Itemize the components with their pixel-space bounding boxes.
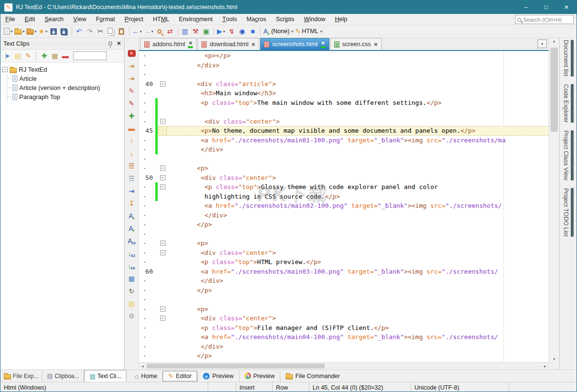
code-line-40[interactable]: 40−<div class="article">	[139, 79, 549, 89]
side-settings-button[interactable]: ⚙	[126, 310, 137, 321]
toolbar-search-button[interactable]	[154, 26, 165, 37]
code-text[interactable]: <a href="./screenshots/main02-100.png" t…	[167, 201, 549, 211]
rail-tab-document-list[interactable]: Document list	[563, 40, 574, 76]
toolbar-back-button[interactable]: ←▾	[131, 26, 143, 37]
rail-tab-code-explorer[interactable]: Code Explorer	[563, 84, 574, 123]
collapse-icon[interactable]: −	[2, 67, 8, 72]
fold-collapse-icon[interactable]: −	[160, 306, 165, 312]
code-line-46[interactable]: ·<a href="./screenshots/main01-100.png" …	[139, 136, 549, 145]
scroll-right-arrow[interactable]: ►	[541, 365, 549, 368]
code-text[interactable]: <div class="center">	[167, 248, 549, 258]
tree-item-article-version-description-[interactable]: Article (version + description)	[7, 83, 122, 92]
toolbar-save-button[interactable]	[49, 26, 59, 37]
code-line-38[interactable]: ·</div>	[139, 61, 549, 70]
view-tab-file-commander[interactable]: File Commander	[280, 371, 345, 381]
code-line-59[interactable]: ·<p class="top">HTML preview.</p>	[139, 257, 549, 267]
toolbar-stop-button[interactable]: ■	[248, 26, 258, 37]
side-add-bookmark-button[interactable]: ✎	[126, 85, 137, 96]
toolbar-addons-button[interactable]: ▣	[201, 26, 212, 37]
view-tab-home[interactable]: ⌂Home	[129, 371, 163, 381]
clips-insert-clip-button[interactable]: ➤	[2, 51, 12, 61]
code-line-67[interactable]: ·<a href="./screenshots/main04-100.png" …	[139, 332, 549, 342]
toolbar-record-macro-button[interactable]: ◉	[237, 26, 248, 37]
code-text[interactable]: </div>	[167, 211, 549, 220]
view-tab-preview[interactable]: Preview	[239, 371, 280, 381]
toolbar-save-all-button[interactable]	[59, 26, 70, 37]
code-line-55[interactable]: -</p>	[139, 220, 549, 229]
code-text[interactable]: highlighting in CSS source code.</p>	[167, 192, 549, 202]
code-text[interactable]: <p class="top">File manager and (S)FTP c…	[167, 323, 549, 333]
code-text[interactable]: <div class="center">	[167, 117, 549, 126]
code-text[interactable]	[167, 70, 549, 79]
new-file-dropdown-icon[interactable]: ▾	[11, 29, 13, 34]
search-input[interactable]	[523, 17, 571, 23]
toolbar-favorites-button[interactable]: ★▾	[38, 26, 49, 37]
code-line-47[interactable]: ·</div>	[139, 145, 549, 154]
code-line-54[interactable]: ·</div>	[139, 211, 549, 220]
code-text[interactable]: <div class="center">	[167, 314, 549, 323]
menu-macros[interactable]: Macros	[242, 14, 271, 25]
code-text[interactable]: <p class="top">Glossy theme with code ex…	[167, 182, 549, 192]
vertical-scroll-thumb[interactable]	[551, 48, 558, 132]
clips-edit-clip-file-button[interactable]: ✎	[24, 51, 33, 61]
minimize-button[interactable]: –	[516, 0, 536, 14]
code-line-52[interactable]: ·highlighting in CSS source code.</p>	[139, 192, 549, 202]
tab-close-icon[interactable]: ✕	[321, 41, 325, 45]
menu-format[interactable]: Format	[91, 14, 120, 25]
fold-collapse-icon[interactable]: −	[160, 240, 165, 246]
toolbar-open-file-button[interactable]: ▾	[13, 26, 25, 37]
close-button[interactable]: ✕	[556, 0, 577, 14]
code-line-53[interactable]: ·<a href="./screenshots/main02-100.png" …	[139, 201, 549, 211]
menu-environment[interactable]: Environment	[174, 14, 217, 25]
code-text[interactable]: </div>	[167, 276, 549, 286]
panel-close-icon[interactable]: ✕	[117, 40, 121, 47]
tab-screenshots.html[interactable]: screenshots.html✕	[260, 38, 329, 50]
tab-list-dropdown-button[interactable]: ▾	[538, 39, 547, 48]
code-line-48[interactable]: ·	[139, 154, 549, 164]
toolbar-highlighter-button[interactable]: ✎HTML▾	[294, 26, 323, 37]
code-line-68[interactable]: ·</div>	[139, 342, 549, 352]
tab-addons.html[interactable]: addons.html✕	[140, 38, 197, 50]
code-text[interactable]: <a href="./screenshots/main04-100.png" t…	[167, 332, 549, 342]
menu-file[interactable]: File	[0, 14, 20, 25]
toolbar-tools-button[interactable]: ⚒	[190, 26, 201, 37]
code-line-42[interactable]: ·<p class="top">The main window with som…	[139, 98, 549, 108]
menu-search[interactable]: Search	[40, 14, 69, 25]
menu-window[interactable]: Window	[299, 14, 330, 25]
code-text[interactable]: <p>	[167, 164, 549, 173]
run-dropdown-icon[interactable]: ▾	[223, 29, 225, 34]
tree-item-paragraph-top[interactable]: Paragraph Top	[7, 92, 122, 101]
side-join-lines-button[interactable]: ☰	[126, 173, 137, 184]
scroll-left-arrow[interactable]: ◄	[139, 365, 146, 368]
toolbar-redo-button[interactable]: ↷	[85, 26, 95, 37]
spellcheck-dropdown-icon[interactable]: ▾	[291, 29, 293, 34]
code-line-50[interactable]: 50−<div class="center">	[139, 173, 549, 183]
favorites-dropdown-icon[interactable]: ▾	[46, 29, 48, 34]
side-delete-line-button[interactable]: ▬	[126, 123, 137, 134]
menu-html[interactable]: HTML	[148, 14, 174, 25]
vertical-scrollbar[interactable]: ▲ ▼	[549, 38, 559, 369]
side-remove-bookmark-button[interactable]: ✎	[126, 98, 137, 109]
side-prev-anchor-button[interactable]: ⇥	[126, 73, 137, 84]
side-lowercase-button[interactable]: A▾	[126, 223, 137, 234]
menu-edit[interactable]: Edit	[20, 14, 40, 25]
clips-new-clip-file-button[interactable]: ▤	[13, 51, 23, 61]
panel-tab-text-cli-[interactable]: ▤Text Cli...	[84, 370, 126, 382]
toolbar-undo-button[interactable]: ↶	[74, 26, 85, 37]
back-dropdown-icon[interactable]: ▾	[140, 29, 142, 34]
side-goto-line-button[interactable]: ↧	[126, 198, 137, 209]
clips-filter-input[interactable]	[73, 51, 107, 60]
code-text[interactable]: <p>	[167, 239, 549, 248]
maximize-button[interactable]: □	[536, 0, 556, 14]
menu-view[interactable]: View	[68, 14, 91, 25]
code-line-37[interactable]: ·<p></p>	[139, 51, 549, 61]
open-file-dropdown-icon[interactable]: ▾	[23, 29, 25, 34]
menu-project[interactable]: Project	[120, 14, 148, 25]
toolbar-paste-button[interactable]	[116, 26, 127, 37]
highlighter-dropdown-icon[interactable]: ▾	[320, 29, 322, 34]
code-line-60[interactable]: 60<a href="./screenshots/main03-100.png"…	[139, 267, 549, 277]
toolbar-spellcheck-button[interactable]: A✔(None)▾	[263, 26, 294, 37]
clips-remove-clip-button[interactable]: ▬	[61, 51, 70, 61]
side-sort-ascending-button[interactable]: ↓AZ	[126, 248, 137, 259]
scroll-up-arrow[interactable]: ▲	[549, 39, 559, 43]
